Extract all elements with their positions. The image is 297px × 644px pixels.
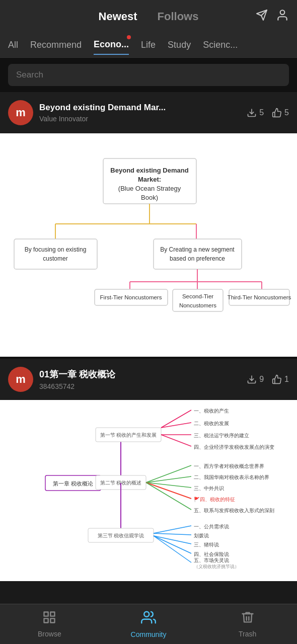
download-count: 5 — [259, 108, 264, 117]
svg-text:Beyond existing Demand: Beyond existing Demand — [110, 167, 188, 174]
cat-all[interactable]: All — [8, 36, 18, 54]
svg-text:五、联系与发挥税收收入形式的深刻: 五、联系与发挥税收收入形式的深刻 — [194, 508, 274, 513]
card-2-info: 01第一章 税收概论 384635742 — [39, 368, 241, 390]
card-1-info: Beyond existing Demand Mar... Value Inno… — [39, 103, 241, 123]
svg-text:一、税收的产生: 一、税收的产生 — [194, 408, 229, 414]
svg-text:customer: customer — [43, 255, 67, 262]
svg-text:三、猪特说: 三、猪特说 — [194, 542, 219, 547]
mindmap-1: Beyond existing Demand Market: (Blue Oce… — [0, 133, 297, 357]
card-1-title: Beyond existing Demand Mar... — [39, 103, 241, 113]
header: Newest Follows — [0, 0, 297, 33]
download-button-2[interactable]: 9 — [247, 374, 264, 384]
card-2-actions: 9 1 — [247, 374, 289, 384]
nav-community[interactable]: Community — [99, 604, 198, 644]
svg-text:By focusing on existing: By focusing on existing — [25, 246, 87, 253]
cat-study[interactable]: Study — [168, 36, 191, 54]
svg-text:一、西方学者对税收概念世界界: 一、西方学者对税收概念世界界 — [194, 463, 264, 469]
svg-text:三、中外共识: 三、中外共识 — [194, 486, 224, 491]
svg-text:第三节 税收信观学说: 第三节 税收信观学说 — [98, 533, 144, 538]
svg-text:三、税法运宁秩序的建立: 三、税法运宁秩序的建立 — [194, 433, 249, 438]
svg-text:第一节 税收的产生和发展: 第一节 税收的产生和发展 — [100, 432, 157, 438]
svg-text:划拨说: 划拨说 — [194, 533, 209, 538]
nav-browse-label: Browse — [38, 630, 61, 638]
card-1-header: m Beyond existing Demand Mar... Value In… — [8, 100, 289, 125]
search-input[interactable] — [8, 64, 289, 86]
svg-text:Third-Tier Noncustomers: Third-Tier Noncustomers — [228, 294, 291, 300]
svg-text:Book): Book) — [141, 194, 158, 201]
like-count-2: 1 — [284, 375, 289, 384]
cat-life[interactable]: Life — [141, 36, 156, 54]
svg-text:四、企业经济学发税收发展点的演变: 四、企业经济学发税收发展点的演变 — [194, 444, 274, 450]
svg-text:based on preference: based on preference — [170, 255, 225, 262]
card-2-author: 384635742 — [39, 382, 241, 390]
profile-icon[interactable] — [276, 9, 289, 25]
browse-icon — [42, 610, 56, 628]
card-1-actions: 5 5 — [247, 108, 289, 118]
mindmap-svg-1: Beyond existing Demand Market: (Blue Oce… — [5, 143, 292, 335]
card-1-author: Value Innovator — [39, 115, 241, 123]
svg-text:（义税收统济挑节说）: （义税收统济挑节说） — [194, 564, 239, 569]
notification-dot — [127, 35, 131, 39]
download-count-2: 9 — [259, 375, 264, 384]
svg-point-76 — [144, 612, 149, 617]
svg-text:Second-Tier: Second-Tier — [182, 293, 213, 299]
svg-text:一、公共需求说: 一、公共需求说 — [194, 524, 229, 529]
header-tabs: Newest Follows — [99, 10, 199, 23]
cat-recommend[interactable]: Recommend — [30, 36, 82, 54]
svg-rect-32 — [0, 400, 297, 581]
avatar-2: m — [8, 367, 33, 392]
card-2-title: 01第一章 税收概论 — [39, 368, 241, 380]
card-2-header: m 01第一章 税收概论 384635742 9 1 — [8, 367, 289, 392]
nav-trash[interactable]: Trash — [198, 604, 297, 644]
svg-point-2 — [280, 10, 285, 15]
svg-text:二、我国华南对税收表示名称的界: 二、我国华南对税收表示名称的界 — [194, 474, 269, 480]
nav-trash-label: Trash — [239, 630, 256, 638]
mindmap-svg-2: 第一章 税收概论 第一节 税收的产生和发展 一、税收的产生 二、税收的发展 三、… — [0, 400, 297, 581]
svg-rect-16 — [154, 239, 242, 269]
svg-text:(Blue Ocean Strategy: (Blue Ocean Strategy — [118, 185, 181, 192]
svg-text:五、市场失灵说: 五、市场失灵说 — [194, 557, 229, 563]
svg-text:二、税收的发展: 二、税收的发展 — [194, 421, 229, 426]
svg-text:🚩四、税收的特征: 🚩四、税收的特征 — [194, 497, 235, 503]
svg-text:第一章 税收概论: 第一章 税收概论 — [53, 480, 93, 487]
tab-newest[interactable]: Newest — [99, 10, 137, 23]
nav-community-label: Community — [131, 630, 167, 638]
svg-text:By Creating a new segment: By Creating a new segment — [160, 246, 235, 253]
download-button[interactable]: 5 — [247, 108, 264, 118]
like-button[interactable]: 5 — [272, 108, 289, 118]
search-bar — [0, 58, 297, 92]
cat-econo[interactable]: Econo... — [94, 35, 129, 55]
mindmap-2: 第一章 税收概论 第一节 税收的产生和发展 一、税收的产生 二、税收的发展 三、… — [0, 400, 297, 581]
svg-rect-13 — [14, 239, 97, 269]
tab-follows[interactable]: Follows — [158, 10, 199, 23]
cat-science[interactable]: Scienc... — [203, 36, 238, 54]
svg-text:四、社会保险说: 四、社会保险说 — [194, 551, 229, 557]
send-icon[interactable] — [256, 9, 268, 24]
svg-text:Noncustomers: Noncustomers — [179, 302, 216, 308]
bottom-nav: Browse Community Trash — [0, 604, 297, 644]
avatar: m — [8, 100, 33, 125]
card-2: m 01第一章 税收概论 384635742 9 1 — [0, 357, 297, 400]
like-button-2[interactable]: 1 — [272, 374, 289, 384]
header-actions — [256, 9, 289, 25]
card-1: m Beyond existing Demand Mar... Value In… — [0, 92, 297, 133]
nav-browse[interactable]: Browse — [0, 604, 99, 644]
like-count: 5 — [284, 108, 289, 117]
community-icon — [141, 610, 156, 628]
svg-text:First-Tier Noncustomers: First-Tier Noncustomers — [100, 294, 162, 300]
trash-icon — [241, 610, 255, 628]
svg-text:Market:: Market: — [138, 176, 161, 183]
category-bar: All Recommend Econo... Life Study Scienc… — [0, 33, 297, 58]
